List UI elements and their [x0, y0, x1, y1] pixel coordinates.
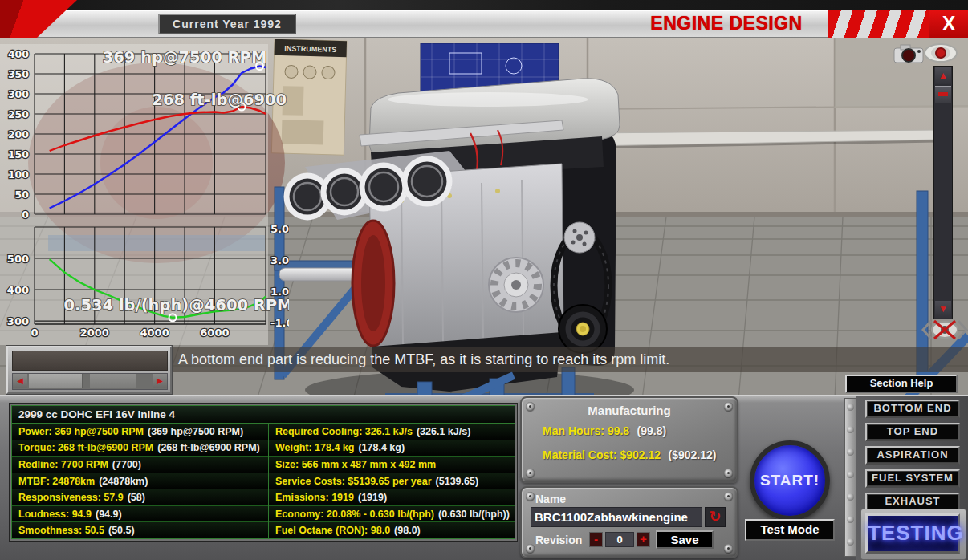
status-message: A bottom end part is reducing the MTBF, …: [170, 347, 968, 372]
title-bar: [0, 10, 968, 38]
photo-camera-icon[interactable]: [893, 42, 925, 64]
tab-bottom-end[interactable]: BOTTOM END: [865, 400, 960, 418]
tab-fuel-system[interactable]: FUEL SYSTEM: [865, 469, 960, 488]
revision-value: 0: [605, 532, 634, 547]
save-button[interactable]: Save: [656, 530, 714, 549]
stat-right-row: Fuel Octane (RON): 98.0(98.0): [269, 522, 515, 538]
scroll-handle[interactable]: [935, 86, 951, 103]
scroll-left-button[interactable]: ◀: [13, 374, 27, 388]
screw-icon: [847, 448, 854, 456]
stat-main: Size: 566 mm x 487 mm x 492 mm: [275, 459, 436, 470]
randomize-name-button[interactable]: ↻: [705, 507, 726, 527]
screw-strip: [844, 398, 856, 557]
reload-icon: ↻: [709, 509, 721, 525]
stat-left-row: Torque: 268 ft-lb@6900 RPM(268 ft-lb@690…: [12, 440, 268, 457]
engine-stats-body: Power: 369 hp@7500 RPM(369 hp@7500 RPM)T…: [12, 424, 515, 538]
stat-paren: (326.1 kJ/s): [417, 426, 470, 437]
current-year-badge: Current Year 1992: [158, 14, 296, 34]
title-bar-stripes: [828, 10, 929, 38]
stat-paren: (50.5): [108, 525, 135, 536]
stat-paren: (98.0): [394, 525, 421, 536]
arrow-right-icon: ▶: [157, 376, 163, 385]
message-scroll-handle[interactable]: [29, 374, 83, 388]
screw-icon: [847, 471, 854, 478]
screw-icon: [847, 516, 854, 523]
stat-main: Service Costs: $5139.65 per year: [275, 476, 432, 487]
page-title: ENGINE DESIGN: [634, 13, 819, 35]
stat-paren: (0.630 lb/(hph)): [438, 509, 510, 520]
message-scroll-handle-secondary[interactable]: [90, 374, 136, 388]
stat-main: Fuel Octane (RON): 98.0: [275, 525, 390, 536]
manufacturing-title: Manufacturing: [522, 404, 737, 417]
hide-ui-eye-icon[interactable]: [921, 318, 968, 342]
message-scroller-widget: ◀ ▶: [6, 346, 172, 394]
stat-paren: (5139.65): [436, 476, 479, 487]
stat-paren: (268 ft-lb@6900 RPM): [157, 442, 260, 453]
stat-paren: (24878km): [99, 476, 148, 487]
material-cost-paren: ($902.12): [669, 448, 717, 461]
stat-left-row: MTBF: 24878km(24878km): [12, 473, 268, 490]
arrow-left-icon: ◀: [17, 376, 23, 385]
scroll-up-icon: ▲: [938, 70, 948, 81]
stat-main: MTBF: 24878km: [18, 476, 95, 487]
screw-icon: [847, 404, 854, 411]
stat-main: Loudness: 94.9: [18, 509, 92, 520]
scroll-up-button[interactable]: ▲: [935, 67, 951, 84]
screw-icon: [526, 544, 535, 553]
stat-main: Redline: 7700 RPM: [18, 459, 108, 470]
revision-minus-button[interactable]: -: [589, 532, 603, 547]
garage-scene: INSTRUMENTS: [0, 30, 968, 400]
svg-text:INSTRUMENTS: INSTRUMENTS: [284, 44, 336, 54]
engine-stats-table: 2999 cc DOHC EFI 16V Inline 4 Power: 369…: [11, 405, 515, 539]
message-scrollbar[interactable]: ◀ ▶: [12, 373, 168, 390]
poster-instruments: INSTRUMENTS: [271, 39, 347, 155]
stat-main: Responsiveness: 57.9: [18, 492, 124, 503]
test-mode-button[interactable]: Test Mode: [745, 519, 835, 541]
name-label: Name: [535, 493, 566, 505]
section-help-button[interactable]: Section Help: [845, 375, 958, 393]
revision-label: Revision: [535, 534, 582, 546]
screw-icon: [847, 538, 854, 546]
stat-paren: (94.9): [96, 509, 122, 520]
stat-main: Torque: 268 ft-lb@6900 RPM: [18, 442, 153, 453]
camera-zoom-scrollbar[interactable]: ▲ ▼: [933, 66, 953, 319]
stat-paren: (369 hp@7500 RPM): [148, 426, 243, 437]
scroll-right-button[interactable]: ▶: [153, 374, 167, 388]
tab-aspiration[interactable]: ASPIRATION: [865, 446, 960, 465]
stat-paren: (178.4 kg): [358, 442, 405, 453]
man-hours-row: Man Hours: 99.8 (99.8): [543, 424, 666, 438]
screw-icon: [526, 469, 535, 477]
start-dyno-button[interactable]: START!: [750, 440, 830, 521]
screw-icon: [526, 492, 535, 501]
window-top-strip: [0, 0, 968, 10]
screw-icon: [724, 492, 733, 501]
screw-icon: [724, 544, 733, 553]
revision-plus-button[interactable]: +: [637, 532, 650, 547]
stat-main: Smoothness: 50.5: [18, 525, 104, 536]
stat-right-row: Economy: 20.08% - 0.630 lb/(hph)(0.630 l…: [269, 506, 515, 523]
tab-testing[interactable]: TESTING: [865, 513, 960, 554]
view-eye-icon[interactable]: [923, 42, 958, 64]
tab-top-end[interactable]: TOP END: [865, 423, 960, 441]
name-panel: Name ↻ Revision - 0 + Save: [520, 486, 738, 558]
screw-icon: [847, 493, 854, 501]
stat-right-row: Service Costs: $5139.65 per year(5139.65…: [269, 473, 515, 490]
stats-column-right: Required Cooling: 326.1 kJ/s(326.1 kJ/s)…: [269, 424, 515, 538]
stat-right-row: Emissions: 1919(1919): [269, 489, 515, 506]
stat-left-row: Redline: 7700 RPM(7700): [12, 457, 268, 473]
scroll-down-button[interactable]: ▼: [935, 301, 951, 318]
manufacturing-panel: Manufacturing Man Hours: 99.8 (99.8) Mat…: [520, 396, 738, 483]
stat-main: Power: 369 hp@7500 RPM: [18, 426, 144, 437]
stat-left-row: Responsiveness: 57.9(58): [12, 489, 268, 506]
stat-paren: (7700): [112, 459, 141, 470]
screw-icon: [847, 426, 854, 433]
alternator: [489, 258, 543, 312]
stat-left-row: Power: 369 hp@7500 RPM(369 hp@7500 RPM): [12, 424, 268, 440]
man-hours-paren: (99.8): [637, 424, 667, 437]
screw-icon: [724, 469, 733, 477]
engine-name-input[interactable]: [531, 507, 702, 527]
stat-right-row: Size: 566 mm x 487 mm x 492 mm: [269, 457, 515, 473]
material-cost-row: Material Cost: $902.12 ($902.12): [543, 448, 716, 462]
close-button[interactable]: X: [929, 10, 968, 38]
stats-column-left: Power: 369 hp@7500 RPM(369 hp@7500 RPM)T…: [12, 424, 269, 538]
